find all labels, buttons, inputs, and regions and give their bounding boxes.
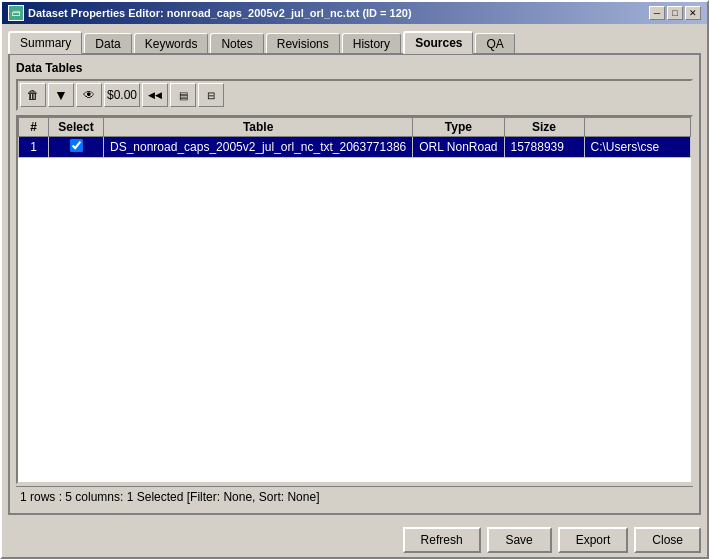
tab-history[interactable]: History [342, 33, 401, 54]
filter-button[interactable]: ▼ [48, 83, 74, 107]
tab-notes[interactable]: Notes [210, 33, 263, 54]
filter-icon: ▼ [54, 87, 68, 103]
delete-icon: 🗑 [27, 88, 39, 102]
data-table: # Select Table Type Size 1 [18, 117, 691, 158]
tab-bar: Summary Data Keywords Notes Revisions Hi… [8, 30, 701, 53]
copy-icon: ▤ [179, 90, 188, 101]
title-buttons: ─ □ ✕ [649, 6, 701, 20]
tab-revisions[interactable]: Revisions [266, 33, 340, 54]
split-button[interactable]: ⊟ [198, 83, 224, 107]
split-icon: ⊟ [207, 90, 215, 101]
first-button[interactable]: ◀◀ [142, 83, 168, 107]
sources-panel: Data Tables 🗑 ▼ 👁 $0.00 ◀◀ [8, 53, 701, 515]
data-toolbar: 🗑 ▼ 👁 $0.00 ◀◀ ▤ ⊟ [16, 79, 693, 111]
col-header-type: Type [413, 118, 504, 137]
table-header-row: # Select Table Type Size [19, 118, 691, 137]
main-window: 🗃 Dataset Properties Editor: nonroad_cap… [0, 0, 709, 559]
export-button[interactable]: Export [558, 527, 629, 553]
cell-table: DS_nonroad_caps_2005v2_jul_orl_nc_txt_20… [104, 137, 413, 158]
window-title: Dataset Properties Editor: nonroad_caps_… [28, 7, 412, 19]
panel-title: Data Tables [16, 61, 693, 75]
maximize-button[interactable]: □ [667, 6, 683, 20]
col-header-num: # [19, 118, 49, 137]
tab-data[interactable]: Data [84, 33, 131, 54]
save-button[interactable]: Save [487, 527, 552, 553]
delete-button[interactable]: 🗑 [20, 83, 46, 107]
view-icon: 👁 [83, 88, 95, 102]
cell-type: ORL NonRoad [413, 137, 504, 158]
tab-qa[interactable]: QA [475, 33, 514, 54]
copy-button[interactable]: ▤ [170, 83, 196, 107]
col-header-table: Table [104, 118, 413, 137]
data-table-container[interactable]: # Select Table Type Size 1 [16, 115, 693, 484]
cell-size: 15788939 [504, 137, 584, 158]
col-header-select: Select [49, 118, 104, 137]
cost-icon: $0.00 [107, 88, 137, 102]
window-icon: 🗃 [8, 5, 24, 21]
status-bar: 1 rows : 5 columns: 1 Selected [Filter: … [16, 486, 693, 507]
status-text: 1 rows : 5 columns: 1 Selected [Filter: … [20, 490, 319, 504]
content-area: Summary Data Keywords Notes Revisions Hi… [2, 24, 707, 521]
title-bar: 🗃 Dataset Properties Editor: nonroad_cap… [2, 2, 707, 24]
minimize-button[interactable]: ─ [649, 6, 665, 20]
cost-button[interactable]: $0.00 [104, 83, 140, 107]
cell-select[interactable] [49, 137, 104, 158]
title-bar-left: 🗃 Dataset Properties Editor: nonroad_cap… [8, 5, 412, 21]
cell-num: 1 [19, 137, 49, 158]
cell-path: C:\Users\cse [584, 137, 690, 158]
tab-keywords[interactable]: Keywords [134, 33, 209, 54]
first-icon: ◀◀ [148, 90, 162, 100]
close-button[interactable]: Close [634, 527, 701, 553]
view-button[interactable]: 👁 [76, 83, 102, 107]
table-row[interactable]: 1 DS_nonroad_caps_2005v2_jul_orl_nc_txt_… [19, 137, 691, 158]
refresh-button[interactable]: Refresh [403, 527, 481, 553]
bottom-button-bar: Refresh Save Export Close [2, 521, 707, 557]
tab-sources[interactable]: Sources [403, 31, 473, 54]
tab-summary[interactable]: Summary [8, 31, 82, 54]
close-window-button[interactable]: ✕ [685, 6, 701, 20]
col-header-path [584, 118, 690, 137]
row-checkbox[interactable] [70, 139, 83, 152]
col-header-size: Size [504, 118, 584, 137]
